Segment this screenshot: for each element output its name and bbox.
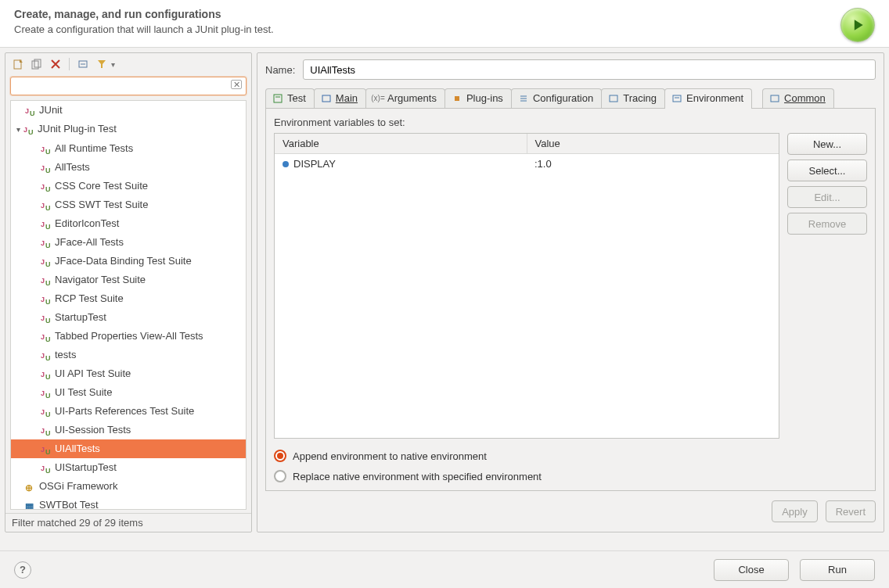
- env-var-icon: [283, 161, 289, 167]
- tab-body-environment: Environment variables to set: Variable V…: [265, 109, 876, 491]
- name-input[interactable]: [303, 59, 876, 80]
- svg-rect-8: [322, 95, 330, 102]
- edit-button[interactable]: Edit...: [787, 186, 867, 208]
- sidebar-toolbar: ▾: [5, 53, 251, 75]
- tree-item[interactable]: CSS Core Test Suite: [11, 177, 246, 195]
- svg-rect-6: [274, 95, 282, 102]
- configurations-sidebar: ▾ ✕ JUnit ▾JUnit Plug-in Test All Runtim…: [5, 52, 252, 532]
- svg-rect-9: [455, 96, 459, 101]
- svg-marker-0: [855, 20, 863, 30]
- radio-append[interactable]: [274, 450, 286, 462]
- tab-test[interactable]: Test: [265, 88, 315, 108]
- env-col-value[interactable]: Value: [527, 134, 779, 154]
- dialog-header: Create, manage, and run configurations C…: [0, 0, 889, 48]
- radio-replace-row[interactable]: Replace native environment with specifie…: [274, 470, 867, 482]
- tree-item[interactable]: JFace-All Tests: [11, 233, 246, 252]
- tree-item[interactable]: UIStartupTest: [11, 458, 246, 477]
- tree-item[interactable]: RCP Test Suite: [11, 289, 246, 308]
- expand-icon[interactable]: ▾: [14, 122, 22, 138]
- env-col-variable[interactable]: Variable: [275, 134, 527, 154]
- radio-replace-label: Replace native environment with specifie…: [293, 471, 542, 482]
- arguments-icon: (x)=: [373, 93, 383, 104]
- env-cell-name: DISPLAY: [275, 154, 527, 174]
- tree-item-selected[interactable]: UIAllTests: [11, 439, 246, 458]
- configuration-panel: Name: Test Main (x)=Arguments Plug-ins C…: [257, 52, 884, 532]
- plugins-icon: [452, 93, 462, 104]
- env-row[interactable]: DISPLAY :1.0: [275, 154, 779, 174]
- revert-button[interactable]: Revert: [826, 500, 876, 522]
- run-button[interactable]: Run: [800, 559, 875, 581]
- svg-rect-14: [673, 95, 681, 102]
- apply-button[interactable]: Apply: [772, 500, 818, 522]
- tree-item[interactable]: CSS SWT Test Suite: [11, 195, 246, 214]
- tree-item[interactable]: JFace-Data Binding Test Suite: [11, 252, 246, 271]
- env-section-label: Environment variables to set:: [274, 117, 867, 128]
- collapse-all-icon[interactable]: [75, 56, 91, 72]
- tree-item[interactable]: StartupTest: [11, 308, 246, 327]
- tab-plugins[interactable]: Plug-ins: [444, 88, 512, 108]
- tree-item[interactable]: All Runtime Tests: [11, 139, 246, 158]
- env-cell-value: :1.0: [527, 154, 779, 174]
- tab-strip: Test Main (x)=Arguments Plug-ins Configu…: [265, 88, 876, 109]
- svg-rect-13: [610, 95, 617, 102]
- main-icon: [321, 93, 332, 104]
- toolbar-separator: [69, 58, 70, 70]
- tree-item[interactable]: EditorIconTest: [11, 214, 246, 233]
- radio-replace[interactable]: [274, 470, 286, 482]
- tab-arguments[interactable]: (x)=Arguments: [365, 88, 445, 108]
- filter-icon[interactable]: [94, 56, 110, 72]
- tree-group-junit-plugin[interactable]: ▾JUnit Plug-in Test: [11, 120, 246, 139]
- tab-tracing[interactable]: Tracing: [601, 88, 665, 108]
- tracing-icon: [608, 93, 619, 104]
- tree-item[interactable]: UI API Test Suite: [11, 364, 246, 383]
- tree-item[interactable]: Tabbed Properties View-All Tests: [11, 327, 246, 346]
- new-config-icon[interactable]: [10, 56, 26, 72]
- common-icon: [769, 93, 780, 104]
- delete-config-icon[interactable]: [48, 56, 63, 72]
- remove-button[interactable]: Remove: [787, 213, 867, 235]
- dialog-footer: ? Close Run: [0, 550, 889, 588]
- dialog-title: Create, manage, and run configurations: [14, 8, 274, 20]
- tree-item[interactable]: UI-Session Tests: [11, 421, 246, 439]
- environment-icon: [671, 93, 682, 104]
- filter-status: Filter matched 29 of 29 items: [5, 513, 251, 532]
- tree-item[interactable]: UI-Parts References Test Suite: [11, 402, 246, 421]
- dialog-subtitle: Create a configuration that will launch …: [14, 23, 274, 35]
- help-icon[interactable]: ?: [14, 561, 31, 579]
- dropdown-arrow-icon[interactable]: ▾: [111, 60, 115, 69]
- new-button[interactable]: New...: [787, 133, 867, 155]
- tab-common[interactable]: Common: [762, 88, 834, 108]
- svg-rect-16: [771, 95, 779, 102]
- tree-item[interactable]: Navigator Test Suite: [11, 271, 246, 289]
- radio-append-row[interactable]: Append environment to native environment: [274, 450, 867, 462]
- close-button[interactable]: Close: [714, 559, 789, 581]
- run-banner-icon: [840, 8, 875, 42]
- test-icon: [272, 93, 283, 104]
- tree-group-junit[interactable]: JUnit: [11, 101, 246, 120]
- clear-filter-icon[interactable]: ✕: [231, 80, 242, 89]
- tab-configuration[interactable]: Configuration: [511, 88, 602, 108]
- configurations-tree[interactable]: JUnit ▾JUnit Plug-in Test All Runtime Te…: [10, 100, 247, 510]
- name-label: Name:: [265, 64, 295, 76]
- env-table[interactable]: Variable Value DISPLAY :1.0: [274, 133, 779, 439]
- tab-main[interactable]: Main: [314, 88, 366, 108]
- configuration-icon: [518, 93, 529, 104]
- select-button[interactable]: Select...: [787, 160, 867, 181]
- tree-group-osgi[interactable]: OSGi Framework: [11, 477, 246, 496]
- tree-item[interactable]: UI Test Suite: [11, 383, 246, 402]
- radio-append-label: Append environment to native environment: [293, 450, 487, 462]
- duplicate-config-icon[interactable]: [29, 56, 45, 72]
- tree-item[interactable]: tests: [11, 346, 246, 364]
- tab-environment[interactable]: Environment: [664, 88, 752, 109]
- tree-item[interactable]: AllTests: [11, 158, 246, 177]
- tree-group-swtbot[interactable]: SWTBot Test: [11, 496, 246, 510]
- filter-input[interactable]: [10, 77, 247, 95]
